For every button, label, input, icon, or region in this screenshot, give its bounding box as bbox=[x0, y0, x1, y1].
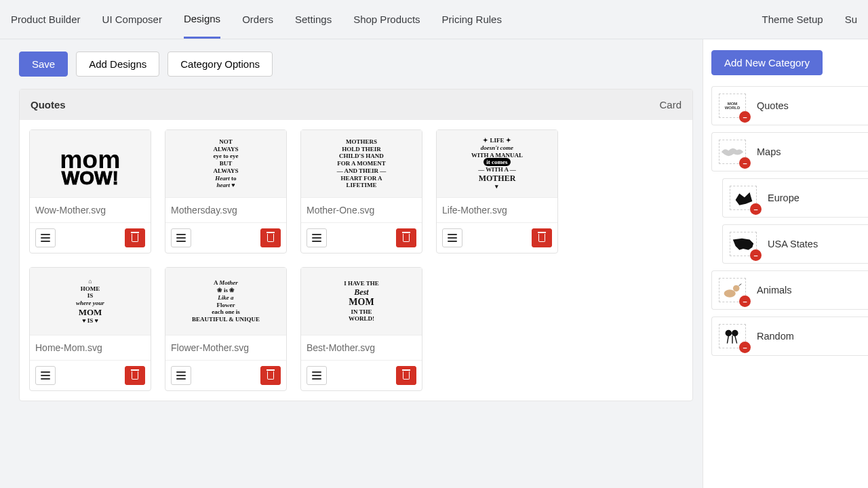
card-actions bbox=[30, 361, 151, 390]
design-thumbnail[interactable]: I HAVE THEBestMOMIN THEWORLD! bbox=[301, 268, 422, 336]
nav-item-orders[interactable]: Orders bbox=[242, 1, 273, 37]
design-filename: Wow-Mother.svg bbox=[30, 198, 151, 223]
edit-design-button[interactable] bbox=[442, 228, 462, 247]
design-filename: Best-Mother.svg bbox=[301, 336, 422, 361]
design-thumbnail[interactable]: momWOW! bbox=[30, 130, 151, 198]
design-card: ⌂HOMEISwhere yourMOM♥ IS ♥Home-Mom.svg bbox=[29, 267, 151, 391]
delete-design-button[interactable] bbox=[125, 228, 145, 247]
card-grid: momWOW!Wow-Mother.svgNOTALWAYSeye to eye… bbox=[20, 120, 692, 401]
design-thumbnail[interactable]: A Mother❀ is ❀Like aFlowereach one isBEA… bbox=[165, 268, 286, 336]
nav-item-shop-products[interactable]: Shop Products bbox=[353, 1, 420, 37]
design-card: MOTHERSHOLD THEIRCHILD'S HANDFOR A MOMEN… bbox=[300, 129, 422, 253]
sliders-icon bbox=[312, 371, 321, 380]
trash-icon bbox=[267, 234, 274, 242]
category-label: USA States bbox=[768, 239, 818, 249]
delete-design-button[interactable] bbox=[396, 228, 416, 247]
delete-design-button[interactable] bbox=[260, 366, 281, 385]
category-item-random[interactable]: –Random bbox=[711, 317, 868, 356]
remove-category-badge[interactable]: – bbox=[739, 111, 751, 123]
category-item-maps[interactable]: –Maps bbox=[711, 132, 868, 171]
trash-icon bbox=[132, 234, 138, 242]
main-wrapper: Save Add Designs Category Options Quotes… bbox=[0, 39, 868, 488]
category-thumbnail: – bbox=[719, 324, 746, 348]
design-filename: Flower-Mother.svg bbox=[165, 336, 286, 361]
sliders-icon bbox=[176, 234, 186, 242]
save-button[interactable]: Save bbox=[19, 52, 68, 77]
trash-icon bbox=[403, 234, 410, 242]
nav-item-theme-setup[interactable]: Theme Setup bbox=[762, 1, 823, 37]
delete-design-button[interactable] bbox=[396, 366, 416, 385]
edit-design-button[interactable] bbox=[171, 228, 191, 247]
remove-category-badge[interactable]: – bbox=[739, 296, 751, 307]
card-actions bbox=[437, 223, 557, 253]
category-label: Maps bbox=[757, 146, 781, 157]
svg-point-3 bbox=[733, 285, 740, 291]
card-actions bbox=[30, 223, 151, 253]
nav-item-settings[interactable]: Settings bbox=[295, 1, 332, 37]
remove-category-badge[interactable]: – bbox=[739, 342, 751, 353]
remove-category-badge[interactable]: – bbox=[739, 157, 751, 169]
category-item-quotes[interactable]: MOMWORLD–Quotes bbox=[711, 86, 868, 125]
sidebar: Add New Category MOMWORLD–Quotes–Maps–Eu… bbox=[703, 39, 868, 488]
category-item-animals[interactable]: –Animals bbox=[711, 270, 868, 310]
action-bar: Save Add Designs Category Options bbox=[19, 52, 693, 77]
delete-design-button[interactable] bbox=[532, 228, 552, 247]
nav-left-group: Product BuilderUI ComposerDesignsOrdersS… bbox=[11, 1, 762, 39]
nav-item-product-builder[interactable]: Product Builder bbox=[11, 1, 81, 37]
svg-text:WOW!: WOW! bbox=[62, 167, 119, 188]
section-title: Quotes bbox=[31, 99, 66, 110]
category-item-usa-states[interactable]: –USA States bbox=[722, 224, 868, 264]
card-actions bbox=[301, 361, 422, 390]
category-item-europe[interactable]: –Europe bbox=[722, 178, 868, 218]
view-mode-label[interactable]: Card bbox=[659, 99, 682, 110]
svg-point-2 bbox=[724, 289, 736, 297]
card-actions bbox=[165, 223, 286, 253]
trash-icon bbox=[267, 371, 274, 380]
design-card: ✦ LIFE ✦doesn't comeWITH A MANUALit come… bbox=[436, 129, 558, 253]
category-label: Europe bbox=[768, 192, 800, 203]
category-list: MOMWORLD–Quotes–Maps–Europe–USA States–A… bbox=[711, 86, 868, 356]
edit-design-button[interactable] bbox=[307, 228, 327, 247]
design-thumbnail[interactable]: ✦ LIFE ✦doesn't comeWITH A MANUALit come… bbox=[437, 130, 557, 198]
design-filename: Home-Mom.svg bbox=[30, 336, 151, 361]
category-options-button[interactable]: Category Options bbox=[167, 52, 273, 77]
delete-design-button[interactable] bbox=[125, 366, 145, 385]
trash-icon bbox=[132, 371, 138, 380]
nav-item-ui-composer[interactable]: UI Composer bbox=[102, 1, 162, 37]
top-navigation: Product BuilderUI ComposerDesignsOrdersS… bbox=[0, 0, 868, 39]
design-filename: Mothersday.svg bbox=[165, 198, 286, 223]
svg-point-5 bbox=[732, 330, 738, 337]
category-label: Random bbox=[757, 331, 794, 342]
nav-item-designs[interactable]: Designs bbox=[184, 1, 220, 39]
edit-design-button[interactable] bbox=[35, 228, 56, 247]
sliders-icon bbox=[176, 371, 186, 380]
svg-point-4 bbox=[726, 330, 732, 337]
add-designs-button[interactable]: Add Designs bbox=[76, 52, 159, 77]
design-filename: Life-Mother.svg bbox=[437, 198, 557, 223]
sliders-icon bbox=[448, 234, 457, 242]
category-thumbnail: – bbox=[730, 232, 757, 256]
edit-design-button[interactable] bbox=[171, 366, 191, 385]
design-thumbnail[interactable]: NOTALWAYSeye to eyeBUTALWAYSHeart tohear… bbox=[165, 130, 286, 198]
section-header: Quotes Card bbox=[20, 89, 692, 120]
design-thumbnail[interactable]: MOTHERSHOLD THEIRCHILD'S HANDFOR A MOMEN… bbox=[301, 130, 422, 198]
remove-category-badge[interactable]: – bbox=[750, 249, 762, 261]
category-thumbnail: – bbox=[730, 186, 757, 210]
design-card: I HAVE THEBestMOMIN THEWORLD!Best-Mother… bbox=[300, 267, 422, 391]
design-card: NOTALWAYSeye to eyeBUTALWAYSHeart tohear… bbox=[165, 129, 287, 253]
nav-item-su[interactable]: Su bbox=[845, 1, 857, 37]
category-label: Animals bbox=[757, 285, 792, 296]
edit-design-button[interactable] bbox=[307, 366, 327, 385]
designs-panel: Quotes Card momWOW!Wow-Mother.svgNOTALWA… bbox=[19, 89, 693, 401]
add-new-category-button[interactable]: Add New Category bbox=[711, 50, 823, 75]
nav-item-pricing-rules[interactable]: Pricing Rules bbox=[442, 1, 502, 37]
trash-icon bbox=[403, 371, 410, 380]
nav-right-group: Theme SetupSu bbox=[762, 1, 857, 37]
design-thumbnail[interactable]: ⌂HOMEISwhere yourMOM♥ IS ♥ bbox=[30, 268, 151, 336]
trash-icon bbox=[538, 234, 545, 242]
sliders-icon bbox=[41, 234, 50, 242]
delete-design-button[interactable] bbox=[260, 228, 281, 247]
design-card: A Mother❀ is ❀Like aFlowereach one isBEA… bbox=[165, 267, 287, 391]
remove-category-badge[interactable]: – bbox=[750, 203, 762, 215]
edit-design-button[interactable] bbox=[35, 366, 56, 385]
